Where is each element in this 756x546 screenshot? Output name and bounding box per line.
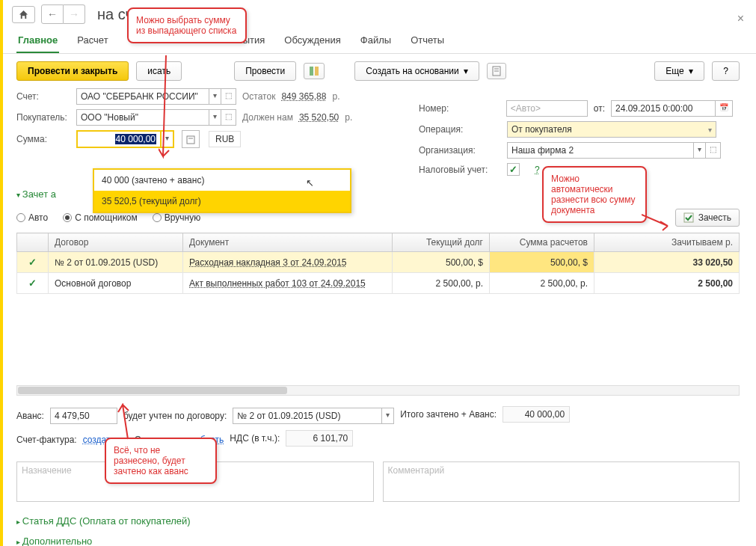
arrow-left-icon: ←	[47, 8, 58, 20]
th-debt[interactable]: Текущий долг	[393, 233, 490, 252]
callout-right-tail	[642, 211, 672, 233]
cell-document-link[interactable]: Расходная накладная 3 от 24.09.2015	[189, 257, 347, 268]
left-accent-border	[0, 0, 3, 546]
structure-button[interactable]	[487, 63, 506, 79]
sum-dropdown: 40 000 (зачтено + аванс) 35 520,5 (текущ…	[93, 168, 351, 213]
extra-section[interactable]: Дополнительно	[16, 531, 740, 546]
radio-auto-label: Авто	[28, 212, 48, 223]
arrow-right-icon: →	[69, 8, 79, 20]
account-open-btn[interactable]: ⬚	[221, 88, 236, 105]
buyer-label: Покупатель:	[16, 112, 70, 123]
help-button[interactable]: ?	[712, 61, 740, 81]
org-dropdown-btn[interactable]: ▾	[694, 142, 706, 159]
th-document[interactable]: Документ	[183, 233, 393, 252]
callout-top-tail	[159, 55, 181, 160]
avans-contract-dropdown-btn[interactable]: ▾	[382, 408, 394, 424]
number-label: Номер:	[419, 103, 500, 114]
th-check[interactable]	[17, 233, 49, 252]
forward-button[interactable]: →	[64, 4, 85, 24]
vat-value: 6 101,70	[286, 430, 353, 447]
tab-discussions[interactable]: Обсуждения	[283, 30, 342, 53]
radio-helper[interactable]: С помощником	[63, 212, 138, 223]
avans-contract-select[interactable]: № 2 от 01.09.2015 (USD)	[233, 408, 382, 424]
scrollbar-thumb[interactable]	[18, 387, 287, 394]
tab-main[interactable]: Главное	[16, 30, 59, 53]
owes-value[interactable]: 35 520,50	[299, 112, 339, 123]
org-open-btn[interactable]: ⬚	[706, 142, 721, 159]
tab-reports[interactable]: Отчеты	[409, 30, 446, 53]
radio-helper-label: С помощником	[75, 212, 138, 223]
sum-value: 40 000,00	[115, 134, 156, 144]
sum-input[interactable]: 40 000,00	[76, 130, 162, 148]
th-credit[interactable]: Зачитываем р.	[594, 233, 740, 252]
total-value: 40 000,00	[503, 406, 570, 423]
callout-bottom: Всё, что не разнесено, будет зачтено как…	[105, 438, 217, 484]
row-checkbox[interactable]: ✓	[28, 277, 37, 289]
balance-label: Остаток	[242, 91, 275, 102]
movements-button[interactable]	[304, 63, 325, 79]
th-calc[interactable]: Сумма расчетов	[490, 233, 594, 252]
account-input[interactable]: ОАО "СБЕРБАНК РОССИИ"	[76, 88, 209, 105]
callout-bottom-tail	[117, 403, 139, 441]
more-button[interactable]: Еще ▾	[654, 61, 704, 81]
close-button[interactable]: ×	[737, 12, 744, 25]
date-picker-btn[interactable]: 📅	[716, 100, 733, 117]
tab-bar: Главное Расчет События Обсуждения Файлы …	[0, 25, 756, 54]
callout-top: Можно выбрать сумму из выпадающего списк…	[127, 7, 247, 43]
tab-files[interactable]: Файлы	[359, 30, 393, 53]
horizontal-scrollbar[interactable]	[16, 385, 740, 396]
toolbar: Провести и закрыть исать Провести Создат…	[0, 54, 756, 88]
owes-label: Должен нам	[242, 112, 293, 123]
buyer-dropdown-btn[interactable]: ▾	[209, 109, 221, 126]
tax-help-link[interactable]: ?	[535, 165, 540, 175]
avans-input[interactable]: 4 479,50	[50, 408, 117, 424]
post-and-close-button[interactable]: Провести и закрыть	[16, 61, 129, 81]
credit-icon	[683, 212, 694, 223]
dropdown-opt2[interactable]: 35 520,5 (текущий долг)↖	[94, 191, 350, 212]
buyer-open-btn[interactable]: ⬚	[221, 109, 236, 126]
from-label: от:	[594, 103, 605, 114]
calculator-button[interactable]	[182, 130, 200, 148]
svg-rect-5	[187, 136, 194, 144]
radio-auto[interactable]: Авто	[16, 212, 48, 223]
balance-currency: р.	[332, 91, 339, 102]
svg-rect-1	[315, 67, 319, 76]
table-row[interactable]: ✓Основной договорАкт выполненных работ 1…	[17, 273, 740, 294]
balance-value[interactable]: 849 365,88	[281, 91, 326, 102]
comment-textarea[interactable]: Комментарий	[383, 461, 740, 502]
callout-top-text: Можно выбрать сумму из выпадающего списк…	[136, 15, 236, 36]
dds-section[interactable]: Статья ДДС (Оплата от покупателей)	[16, 511, 740, 531]
account-dropdown-btn[interactable]: ▾	[209, 88, 221, 105]
back-button[interactable]: ←	[41, 4, 64, 24]
cell-document-link[interactable]: Акт выполненных работ 103 от 24.09.2015	[189, 278, 366, 289]
table-row[interactable]: ✓№ 2 от 01.09.2015 (USD)Расходная наклад…	[17, 252, 740, 273]
tax-label: Налоговый учет:	[419, 165, 501, 175]
cell-debt: 2 500,00, р.	[393, 273, 490, 294]
radio-manual[interactable]: Вручную	[153, 212, 200, 223]
owes-currency: р.	[345, 112, 352, 123]
cell-credit: 33 020,50	[594, 252, 740, 273]
dropdown-opt2-label: 35 520,5 (текущий долг)	[102, 196, 201, 206]
cursor-icon: ↖	[306, 177, 314, 188]
row-checkbox[interactable]: ✓	[28, 257, 37, 268]
home-button[interactable]	[12, 6, 35, 23]
cell-debt: 500,00, $	[393, 252, 490, 273]
credit-button[interactable]: Зачесть	[675, 209, 740, 227]
tab-calc[interactable]: Расчет	[76, 30, 109, 53]
org-input[interactable]: Наша фирма 2	[507, 142, 694, 159]
cell-contract: № 2 от 01.09.2015 (USD)	[49, 252, 183, 273]
th-contract[interactable]: Договор	[49, 233, 183, 252]
top-bar: ← → на счет (создание) *	[0, 0, 756, 25]
callout-bottom-text: Всё, что не разнесено, будет зачтено как…	[114, 445, 188, 476]
cell-calc: 500,00, $	[490, 252, 594, 273]
create-based-label: Создать на основании	[366, 66, 459, 76]
number-input[interactable]: <Авто>	[506, 100, 588, 117]
create-based-button[interactable]: Создать на основании ▾	[354, 61, 479, 81]
buyer-input[interactable]: ООО "Новый"	[76, 109, 209, 126]
operation-input[interactable]: От покупателя▾	[507, 121, 716, 138]
purpose-placeholder: Назначение	[22, 465, 72, 476]
callout-right: Можно автоматически разнести всю сумму д…	[542, 166, 647, 223]
post-button[interactable]: Провести	[234, 61, 296, 81]
tax-checkbox[interactable]: ✓	[507, 163, 520, 176]
date-input[interactable]: 24.09.2015 0:00:00	[611, 100, 716, 117]
